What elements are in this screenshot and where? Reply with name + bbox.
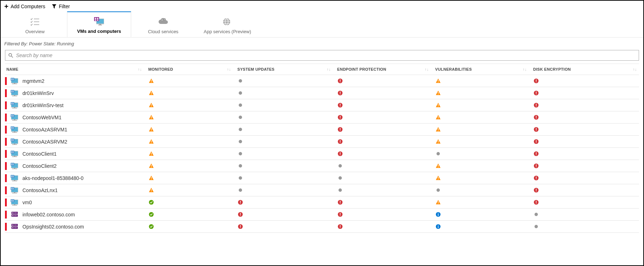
tab-label: Cloud services — [148, 29, 178, 34]
status-err-icon — [533, 151, 539, 157]
column-header-disk-encryption[interactable]: DISK ENCRYPTION↑↓ — [529, 67, 639, 71]
toolbar: + Add Computers Filter — [1, 1, 643, 11]
vm-icon — [10, 77, 19, 85]
status-err-icon — [337, 212, 343, 217]
server-icon — [10, 223, 19, 231]
status-gray-icon — [237, 127, 243, 132]
severity-bar — [5, 150, 7, 158]
column-label: MONITORED — [148, 67, 173, 71]
table-row[interactable]: dr01knWinSrv-test — [5, 99, 639, 111]
resource-name: infoweb02.contoso.com — [22, 212, 75, 217]
severity-bar — [5, 174, 7, 182]
table-row[interactable]: OpsInsights02.contoso.com — [5, 221, 639, 233]
table-row[interactable]: dr01knWinSrv — [5, 87, 639, 99]
column-header-vulnerabilities[interactable]: VULNERABILITIES↑↓ — [431, 67, 529, 71]
table-row[interactable]: vm0 — [5, 196, 639, 209]
filter-button[interactable]: Filter — [52, 4, 70, 9]
resource-name: ContosoAzASRVM1 — [22, 127, 67, 132]
status-gray-icon — [237, 151, 243, 157]
sort-icon: ↑↓ — [424, 67, 429, 71]
resource-name: ContosoWebVM1 — [22, 115, 61, 120]
status-warn-icon — [148, 127, 154, 132]
severity-bar — [5, 126, 7, 134]
resource-name: ContosoAzASRVM2 — [22, 139, 67, 145]
status-err-icon — [533, 175, 539, 181]
tab-vms-and-computers[interactable]: VMs and computers — [67, 11, 131, 37]
tab-cloud-services[interactable]: Cloud services — [131, 11, 195, 37]
column-header-name[interactable]: NAME↑↓ — [5, 67, 144, 71]
table-row[interactable]: ContosoAzLnx1 — [5, 184, 639, 196]
column-header-system-updates[interactable]: SYSTEM UPDATES↑↓ — [233, 67, 333, 71]
status-warn-icon — [148, 139, 154, 145]
vm-icon — [10, 174, 19, 182]
add-computers-button[interactable]: + Add Computers — [4, 3, 45, 10]
tab-app-services-preview[interactable]: App services (Preview) — [195, 11, 259, 37]
column-label: DISK ENCRYPTION — [533, 67, 571, 71]
resource-name: dr01knWinSrv-test — [22, 102, 63, 108]
status-warn-icon — [435, 90, 441, 96]
search-input[interactable] — [15, 52, 636, 59]
table-row[interactable]: ContosoClient2 — [5, 160, 639, 172]
vm-icon — [10, 186, 19, 194]
resource-name: aks-nodepool1-85388480-0 — [22, 175, 83, 181]
column-header-monitored[interactable]: MONITORED↑↓ — [144, 67, 233, 71]
status-warn-icon — [435, 102, 441, 108]
severity-bar — [5, 199, 7, 206]
status-warn-icon — [435, 115, 441, 120]
status-err-icon — [533, 187, 539, 193]
table-row[interactable]: ContosoAzASRVM1 — [5, 124, 639, 136]
status-gray-icon — [237, 102, 243, 108]
column-label: VULNERABILITIES — [435, 67, 472, 71]
status-warn-icon — [148, 175, 154, 181]
table-row[interactable]: aks-nodepool1-85388480-0 — [5, 172, 639, 184]
status-err-icon — [533, 102, 539, 108]
status-gray-icon — [435, 151, 441, 157]
status-ok-icon — [148, 200, 154, 205]
status-warn-icon — [435, 200, 441, 205]
status-gray-icon — [337, 187, 343, 193]
sort-icon: ↑↓ — [326, 67, 331, 71]
tab-icon — [30, 17, 40, 27]
status-warn-icon — [148, 163, 154, 169]
resource-name: mgmtvm2 — [22, 78, 44, 84]
status-err-icon — [533, 115, 539, 120]
tab-label: App services (Preview) — [204, 29, 251, 34]
status-err-icon — [337, 200, 343, 205]
status-err-icon — [337, 224, 343, 230]
column-label: NAME — [6, 67, 19, 71]
status-gray-icon — [237, 139, 243, 145]
sort-icon: ↑↓ — [227, 67, 231, 71]
vm-icon — [10, 150, 19, 158]
column-label: ENDPOINT PROTECTION — [337, 67, 386, 71]
tab-icon — [158, 17, 168, 27]
severity-bar — [5, 114, 7, 121]
table-row[interactable]: ContosoWebVM1 — [5, 111, 639, 124]
status-warn-icon — [435, 175, 441, 181]
svg-point-40 — [9, 54, 12, 56]
resource-name: ContosoClient2 — [22, 163, 57, 169]
column-label: SYSTEM UPDATES — [237, 67, 274, 71]
sort-icon: ↑↓ — [138, 67, 142, 71]
column-header-endpoint-protection[interactable]: ENDPOINT PROTECTION↑↓ — [333, 67, 431, 71]
status-gray-icon — [237, 187, 243, 193]
status-info-icon — [435, 212, 441, 217]
status-warn-icon — [435, 163, 441, 169]
vm-icon — [10, 162, 19, 170]
table-row[interactable]: ContosoAzASRVM2 — [5, 136, 639, 148]
resource-name: OpsInsights02.contoso.com — [22, 224, 84, 230]
status-gray-icon — [337, 175, 343, 181]
table-row[interactable]: ContosoClient1 — [5, 148, 639, 160]
table-row[interactable]: mgmtvm2 — [5, 75, 639, 87]
status-gray-icon — [237, 115, 243, 120]
status-warn-icon — [435, 127, 441, 132]
table-row[interactable]: infoweb02.contoso.com — [5, 209, 639, 221]
sort-icon: ↑↓ — [633, 67, 637, 71]
search-box[interactable] — [5, 50, 639, 61]
status-err-icon — [337, 115, 343, 120]
tab-overview[interactable]: Overview — [3, 11, 67, 37]
status-warn-icon — [148, 187, 154, 193]
status-warn-icon — [148, 151, 154, 157]
add-computers-label: Add Computers — [11, 4, 45, 9]
filtered-by-text: Filtered By: Power State: Running — [1, 37, 643, 50]
status-err-icon — [533, 90, 539, 96]
